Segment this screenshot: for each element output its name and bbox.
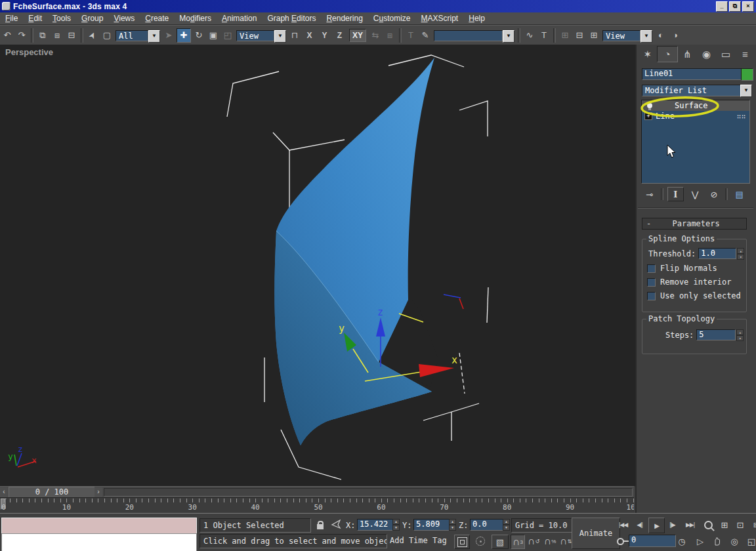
menu-help[interactable]: Help — [463, 14, 490, 23]
hierarchy-tab-icon[interactable]: ⋔ — [678, 46, 697, 62]
display-tab-icon[interactable]: ▭ — [716, 46, 735, 62]
rectangular-selection-region-icon[interactable]: ▢ — [100, 29, 114, 42]
render-dialog-icon[interactable]: ⊞ — [587, 29, 600, 42]
redo-icon[interactable]: ↷ — [15, 29, 28, 42]
degradation-override-icon[interactable] — [454, 535, 470, 549]
spinner-snap-icon[interactable]: ∩⇅ — [559, 535, 572, 548]
play-animation-icon[interactable]: ▶ — [648, 518, 665, 533]
material-editor-icon[interactable]: ⊟ — [573, 29, 586, 42]
render-scene-icon[interactable]: ◐ — [654, 29, 667, 42]
min-max-toggle-icon[interactable]: ◱ — [744, 535, 756, 548]
make-unique-icon[interactable]: ⋁ — [688, 188, 703, 201]
zoom-extents-all-icon[interactable]: ⧈ — [748, 518, 756, 532]
restrict-z-button[interactable]: Z — [334, 30, 345, 41]
menu-graph-editors[interactable]: Graph Editors — [262, 14, 321, 23]
close-button[interactable]: × — [742, 1, 754, 12]
render-type-dropdown[interactable]: View ▼ — [602, 30, 652, 41]
zoom-all-icon[interactable]: ⊞ — [717, 518, 732, 532]
y-spinner[interactable]: ▴▾ — [449, 519, 456, 530]
track-view-icon[interactable]: ∿ — [523, 29, 536, 42]
lightbulb-icon[interactable] — [647, 103, 652, 108]
menu-create[interactable]: Create — [140, 14, 174, 23]
select-and-move-icon[interactable]: ✚ — [177, 28, 191, 43]
mirror-icon[interactable]: ⇆ — [369, 29, 382, 42]
current-frame-field[interactable]: 0 — [629, 535, 676, 547]
object-color-swatch[interactable] — [741, 68, 753, 81]
named-selection-dropdown[interactable]: ▼ — [434, 30, 514, 41]
minimize-button[interactable]: _ — [716, 1, 728, 12]
chevron-down-icon[interactable]: ▼ — [148, 30, 160, 43]
remove-modifier-icon[interactable]: ⊘ — [706, 188, 721, 201]
checkbox-remove-interior[interactable] — [647, 278, 656, 287]
menu-maxscript[interactable]: MAXScript — [416, 14, 464, 23]
x-spinner[interactable]: ▴▾ — [392, 519, 400, 530]
selection-lock-icon[interactable] — [314, 519, 326, 531]
pin-stack-icon[interactable]: ⊸ — [642, 188, 657, 201]
transform-manager-icon[interactable]: ◰ — [221, 29, 234, 42]
motion-tab-icon[interactable]: ◉ — [697, 46, 716, 62]
restrict-x-button[interactable]: X — [304, 30, 315, 41]
selection-filter-dropdown[interactable]: All ▼ — [116, 30, 160, 41]
create-tab-icon[interactable]: ✶ — [638, 46, 657, 62]
zoom-extents-icon[interactable]: ⊡ — [732, 518, 747, 532]
menu-tools[interactable]: Tools — [47, 14, 76, 23]
time-slider-track[interactable] — [104, 488, 633, 497]
window-crossing-icon[interactable]: ➤ — [162, 29, 175, 42]
cursor-mode-icon[interactable] — [331, 520, 343, 530]
use-pivot-point-icon[interactable]: ⊓ — [288, 29, 301, 42]
chevron-down-icon[interactable]: ▼ — [503, 30, 514, 43]
utilities-tab-icon[interactable]: ≡ — [736, 46, 755, 62]
select-and-scale-icon[interactable]: ▣ — [207, 29, 220, 42]
undo-icon[interactable]: ↶ — [1, 29, 14, 42]
menu-edit[interactable]: Edit — [23, 14, 47, 23]
quick-render-icon[interactable]: ◑ — [669, 29, 682, 42]
steps-input[interactable]: 5 — [696, 329, 736, 340]
set-key-icon[interactable] — [613, 535, 627, 548]
schematic-view-icon[interactable]: T — [537, 29, 551, 42]
modifier-list-dropdown[interactable]: Modifier List — [642, 85, 746, 96]
next-frame-arrow[interactable]: › — [94, 487, 102, 497]
restrict-y-button[interactable]: Y — [319, 30, 330, 41]
track-bar[interactable]: 0102030405060708090100 — [0, 497, 634, 514]
chevron-down-icon[interactable]: ▼ — [640, 30, 652, 43]
z-coordinate-field[interactable]: 0.0 — [470, 519, 505, 531]
chevron-down-icon[interactable]: ▼ — [274, 30, 286, 43]
menu-file[interactable]: File — [0, 14, 23, 23]
select-and-link-icon[interactable]: ⧉ — [36, 29, 49, 42]
percent-snap-icon[interactable]: ∩% — [543, 535, 556, 548]
reference-coordinate-dropdown[interactable]: View ▼ — [236, 30, 286, 41]
menu-modifiers[interactable]: Modifiers — [174, 14, 217, 23]
expand-icon[interactable]: + — [644, 112, 652, 120]
field-of-view-icon[interactable]: ▷ — [693, 535, 707, 548]
object-name-field[interactable]: Line01 — [642, 68, 742, 80]
checkbox-flip-normals[interactable] — [647, 264, 656, 273]
restore-button[interactable]: ⧉ — [729, 1, 741, 12]
x-axis-arrow[interactable] — [419, 364, 454, 377]
next-frame-icon[interactable]: ||▶ — [665, 518, 680, 532]
x-coordinate-field[interactable]: 15.422 — [357, 519, 395, 531]
select-object-icon[interactable]: ➤ — [84, 27, 102, 45]
configure-stack-icon[interactable]: ▤ — [732, 188, 747, 201]
threshold-spinner[interactable]: ▴▾ — [737, 248, 744, 259]
viewport-label[interactable]: Perspective — [5, 47, 53, 57]
unlink-selection-icon[interactable]: ⧈ — [51, 29, 64, 42]
parameters-rollout-header[interactable]: - Parameters — [642, 218, 747, 230]
macro-recorder-listener[interactable] — [1, 518, 197, 534]
cube-snap-icon[interactable]: ▧ — [492, 535, 509, 549]
menu-views[interactable]: Views — [108, 14, 140, 23]
previous-frame-arrow[interactable]: ‹ — [0, 487, 8, 497]
stack-item-line[interactable]: + Line ∷∷ — [642, 111, 749, 121]
align-icon[interactable]: T — [404, 29, 417, 42]
restrict-xy-plane-button[interactable]: XY — [349, 29, 366, 42]
go-to-start-icon[interactable]: |◀◀ — [616, 518, 631, 532]
zoom-icon[interactable] — [701, 518, 716, 532]
angle-snap-icon[interactable]: ∩↺ — [527, 535, 540, 548]
previous-frame-icon[interactable]: ◀|| — [632, 518, 647, 532]
snaps-toggle-3d-icon[interactable]: ∩3 — [511, 535, 525, 549]
checkbox-use-only-selected[interactable] — [647, 292, 656, 300]
stack-item-surface[interactable]: Surface — [642, 100, 749, 111]
maxscript-mini-listener[interactable] — [1, 533, 197, 551]
threshold-input[interactable]: 1.0 — [698, 248, 736, 259]
collapse-icon[interactable]: - — [642, 219, 655, 228]
menu-customize[interactable]: Customize — [368, 14, 416, 23]
